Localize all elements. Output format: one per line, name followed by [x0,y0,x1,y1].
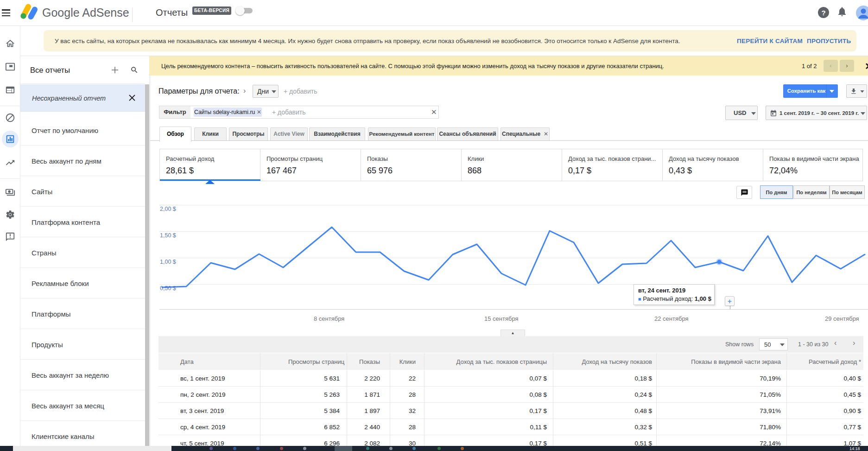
svg-text:?: ? [821,9,825,17]
